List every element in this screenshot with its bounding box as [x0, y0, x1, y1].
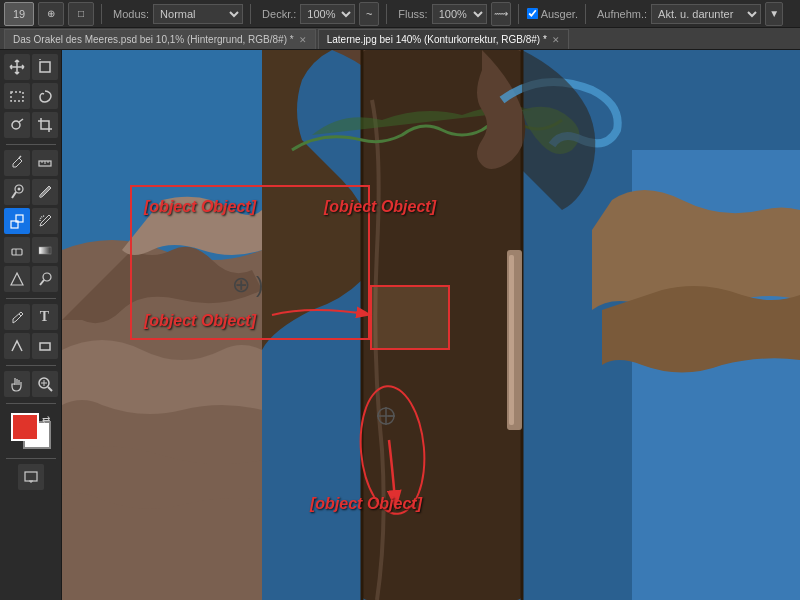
svg-line-21	[48, 387, 52, 391]
divider3	[386, 4, 387, 24]
brush-size-display[interactable]: 19	[4, 2, 34, 26]
svg-rect-15	[39, 247, 51, 254]
align-label-text: Ausger.	[541, 8, 578, 20]
tool-divider-2	[6, 298, 56, 299]
flow-select[interactable]: 100%	[432, 4, 487, 24]
tool-group-3	[4, 150, 58, 176]
tool-divider-1	[6, 144, 56, 145]
tool-group-erase	[4, 237, 58, 263]
tool-crop[interactable]	[32, 112, 58, 138]
tool-screen-mode[interactable]	[18, 464, 44, 490]
swap-colors-icon[interactable]: ⇄	[42, 414, 50, 425]
tool-zoom[interactable]	[32, 371, 58, 397]
tool-group-1	[4, 54, 58, 80]
tool-blur[interactable]	[4, 266, 30, 292]
tool-divider-5	[6, 458, 56, 459]
top-toolbar: 19 ⊕ □ Modus: Normal Deckr.: 100% ~ Flus…	[0, 0, 800, 28]
tool-marquee[interactable]	[4, 83, 30, 109]
svg-point-17	[43, 273, 51, 281]
divider1	[101, 4, 102, 24]
divider2	[250, 4, 251, 24]
toolbox: T ⇄	[0, 50, 62, 600]
tool-quickselect[interactable]	[4, 112, 30, 138]
tool-clone-stamp[interactable]	[4, 208, 30, 234]
svg-marker-16	[11, 273, 23, 285]
tool-gradient[interactable]	[32, 237, 58, 263]
tool-group-path	[4, 333, 58, 359]
foreground-color-swatch[interactable]	[11, 413, 39, 441]
flow-icon[interactable]: ⟿	[491, 2, 511, 26]
align-checkbox-label[interactable]: Ausger.	[526, 7, 578, 20]
tab-2[interactable]: Laterne.jpg bei 140% (Konturkorrektur, R…	[318, 29, 569, 49]
brush-size-value: 19	[13, 8, 25, 20]
tool-dodge[interactable]	[32, 266, 58, 292]
tool-group-blur	[4, 266, 58, 292]
tool-divider-3	[6, 365, 56, 366]
tool-history-brush[interactable]	[32, 208, 58, 234]
svg-point-10	[17, 188, 20, 191]
flow-label: Fluss:	[398, 8, 427, 20]
tool-group-select2	[4, 112, 58, 138]
tool-hand[interactable]	[4, 371, 30, 397]
tool-shape[interactable]	[32, 333, 58, 359]
mode-select[interactable]: Normal	[153, 4, 243, 24]
tool-group-nav	[4, 371, 58, 397]
divider5	[585, 4, 586, 24]
sample-select[interactable]: Akt. u. darunter	[651, 4, 761, 24]
svg-rect-2	[11, 92, 23, 101]
tab-1[interactable]: Das Orakel des Meeres.psd bei 10,1% (Hin…	[4, 29, 316, 49]
sample-label: Aufnehm.:	[597, 8, 647, 20]
tab-1-close[interactable]: ✕	[299, 35, 307, 45]
document-tabs: Das Orakel des Meeres.psd bei 10,1% (Hin…	[0, 28, 800, 50]
divider4	[518, 4, 519, 24]
color-swatches: ⇄	[11, 413, 51, 449]
tool-group-select	[4, 83, 58, 109]
tool-group-healing	[4, 179, 58, 205]
svg-rect-19	[40, 343, 50, 350]
svg-line-18	[40, 280, 44, 285]
opacity-select[interactable]: 100%	[300, 4, 355, 24]
tool-artboard[interactable]	[32, 54, 58, 80]
svg-rect-13	[12, 249, 22, 255]
tool-brush[interactable]	[32, 179, 58, 205]
photo-background	[62, 50, 800, 600]
tool-eyedropper[interactable]	[4, 150, 30, 176]
tab-2-label: Laterne.jpg bei 140% (Konturkorrektur, R…	[327, 34, 547, 45]
svg-point-3	[12, 121, 20, 129]
opacity-icon[interactable]: ~	[359, 2, 379, 26]
tool-move[interactable]	[4, 54, 30, 80]
tool-group-mask	[18, 464, 44, 490]
canvas-area[interactable]: [object Object] [object Object] ⊕ ) [obj…	[62, 50, 800, 600]
align-checkbox[interactable]	[527, 8, 538, 19]
tab-2-close[interactable]: ✕	[552, 35, 560, 45]
tool-ruler[interactable]	[32, 150, 58, 176]
tool-divider-4	[6, 403, 56, 404]
tool-spot-healing[interactable]	[4, 179, 30, 205]
tool-eraser[interactable]	[4, 237, 30, 263]
tool-lasso[interactable]	[32, 83, 58, 109]
sample-dropdown-arrow[interactable]: ▼	[765, 2, 783, 26]
tool-type[interactable]: T	[32, 304, 58, 330]
svg-line-4	[19, 156, 21, 158]
main-area: T ⇄	[0, 50, 800, 600]
svg-rect-24	[25, 472, 37, 481]
svg-rect-0	[40, 62, 50, 72]
opacity-label: Deckr.:	[262, 8, 296, 20]
tool-group-pen: T	[4, 304, 58, 330]
tool-group-clone	[4, 208, 58, 234]
tab-1-label: Das Orakel des Meeres.psd bei 10,1% (Hin…	[13, 34, 294, 45]
svg-rect-32	[509, 255, 514, 425]
toolbar-icon2[interactable]: □	[68, 2, 94, 26]
toolbar-icon1[interactable]: ⊕	[38, 2, 64, 26]
tool-pen[interactable]	[4, 304, 30, 330]
tool-path-selection[interactable]	[4, 333, 30, 359]
mode-label: Modus:	[113, 8, 149, 20]
